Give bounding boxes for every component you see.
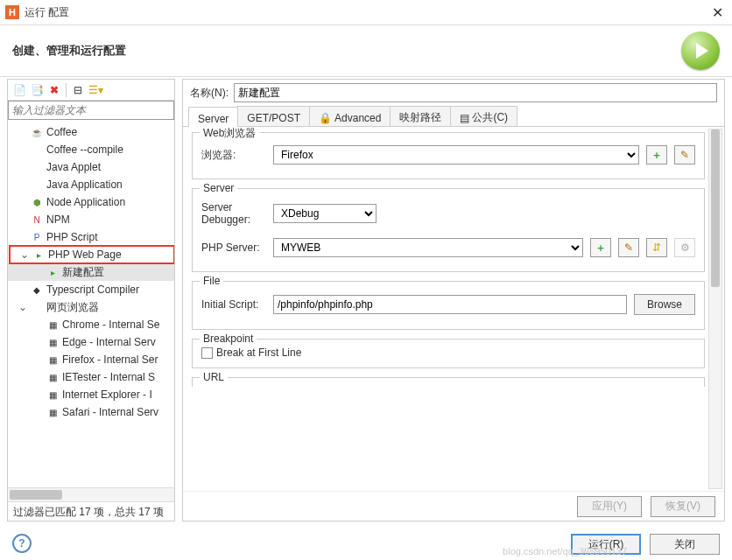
tree-item-icon xyxy=(31,161,43,173)
tree-item-label: Coffee xyxy=(46,126,77,138)
tree-item[interactable]: ⬢Node Application xyxy=(8,193,174,211)
tree-item-icon: N xyxy=(31,214,43,226)
add-browser-button[interactable]: ＋ xyxy=(646,145,667,164)
phpserver-label: PHP Server: xyxy=(201,242,266,254)
config-tree[interactable]: ☕CoffeeCoffee --compileJava AppletJava A… xyxy=(8,120,174,487)
tree-item[interactable]: ◆Typescript Compiler xyxy=(8,281,174,298)
reorder-server-button[interactable]: ⇵ xyxy=(646,238,667,257)
tree-item-label: Node Application xyxy=(46,196,125,208)
tree-item-label: Coffee --compile xyxy=(46,144,123,156)
tree-item-label: PHP Script xyxy=(46,231,97,243)
filter-menu-icon[interactable]: ☰▾ xyxy=(88,82,103,98)
tree-item[interactable]: Coffee --compile xyxy=(8,141,174,158)
common-icon: ▤ xyxy=(460,112,469,124)
tree-item-icon: ☕ xyxy=(31,126,43,138)
tree-item-label: Firefox - Internal Ser xyxy=(62,354,158,366)
main-panel: 名称(N): ServerGET/POST🔒Advanced映射路径▤公共(C)… xyxy=(182,79,725,522)
browse-button[interactable]: Browse xyxy=(634,294,695,315)
tree-item-icon: ⬢ xyxy=(31,196,43,208)
tab-getpost[interactable]: GET/POST xyxy=(237,106,310,126)
filter-input[interactable] xyxy=(8,101,174,120)
tree-item[interactable]: ▦Chrome - Internal Se xyxy=(8,316,174,333)
tree-item[interactable]: ▦Edge - Internal Serv xyxy=(8,333,174,351)
tree-item-label: NPM xyxy=(46,214,70,226)
tree-item[interactable]: ▦IETester - Internal S xyxy=(8,368,174,386)
run-icon[interactable] xyxy=(681,32,720,70)
group-web-browser: Web浏览器 xyxy=(200,127,259,141)
break-first-line-checkbox[interactable]: Break at First Line xyxy=(201,346,695,359)
tree-item[interactable]: NNPM xyxy=(8,211,174,228)
tree-item[interactable]: Java Application xyxy=(8,176,174,193)
tabs: ServerGET/POST🔒Advanced映射路径▤公共(C) xyxy=(183,106,724,127)
sidebar-scrollbar-h[interactable] xyxy=(8,487,174,501)
tree-item-icon: ▦ xyxy=(46,318,59,331)
browser-select[interactable]: Firefox xyxy=(273,145,639,164)
edit-browser-button[interactable]: ✎ xyxy=(674,145,695,164)
initial-script-input[interactable] xyxy=(273,295,627,314)
debugger-label: Server Debugger: xyxy=(201,201,266,226)
tree-item[interactable]: ▦Internet Explorer - I xyxy=(8,386,174,403)
tree-item-icon: ▸ xyxy=(32,248,45,261)
tree-item-icon: ◆ xyxy=(31,284,43,296)
settings-server-button[interactable]: ⚙ xyxy=(674,238,695,257)
header-subtitle: 创建、管理和运行配置 xyxy=(12,43,681,59)
tree-item-icon xyxy=(31,178,43,191)
sidebar-footer: 过滤器已匹配 17 项，总共 17 项 xyxy=(8,501,174,521)
revert-button[interactable]: 恢复(V) xyxy=(651,496,715,517)
apply-button[interactable]: 应用(Y) xyxy=(577,496,642,517)
tree-item-label: Safari - Internal Serv xyxy=(62,406,158,418)
tree-item-icon: ▦ xyxy=(46,371,59,383)
tree-item-icon: ▦ xyxy=(46,406,59,418)
tree-item[interactable]: ▦Firefox - Internal Ser xyxy=(8,351,174,368)
tree-item-icon: ▦ xyxy=(46,388,59,401)
tab-c[interactable]: ▤公共(C) xyxy=(450,106,517,126)
tree-item-label: IETester - Internal S xyxy=(62,371,155,383)
tree-item-label: Chrome - Internal Se xyxy=(62,318,159,331)
tree-item-icon xyxy=(31,301,43,313)
add-server-button[interactable]: ＋ xyxy=(590,238,611,257)
tree-item-label: Typescript Compiler xyxy=(46,284,139,296)
tab-server[interactable]: Server xyxy=(188,107,238,127)
tree-item[interactable]: PPHP Script xyxy=(8,228,174,246)
tree-item[interactable]: ☕Coffee xyxy=(8,123,174,141)
sidebar: 📄 📑 ✖ ⊟ ☰▾ ☕CoffeeCoffee --compileJava A… xyxy=(7,79,175,522)
run-button[interactable]: 运行(R) xyxy=(571,534,641,555)
debugger-select[interactable]: XDebug xyxy=(273,204,377,223)
tree-item-icon xyxy=(31,144,43,156)
tree-item-label: PHP Web Page xyxy=(48,248,122,261)
browser-label: 浏览器: xyxy=(201,148,266,163)
window-title: 运行 配置 xyxy=(25,5,708,20)
app-icon: H xyxy=(5,5,19,19)
name-label: 名称(N): xyxy=(190,86,229,101)
edit-server-button[interactable]: ✎ xyxy=(618,238,639,257)
help-icon[interactable]: ? xyxy=(12,534,32,553)
phpserver-select[interactable]: MYWEB xyxy=(273,238,583,257)
close-button[interactable]: 关闭 xyxy=(650,534,720,555)
tab-[interactable]: 映射路径 xyxy=(390,106,451,126)
delete-icon[interactable]: ✖ xyxy=(46,82,62,98)
new-icon[interactable]: 📄 xyxy=(11,82,27,98)
tree-item-icon: ▦ xyxy=(46,354,59,366)
tree-item[interactable]: ▦Safari - Internal Serv xyxy=(8,403,174,421)
tree-item[interactable]: ⌄网页浏览器 xyxy=(8,298,174,316)
initial-script-label: Initial Script: xyxy=(201,298,266,311)
group-url: URL xyxy=(200,371,228,383)
copy-icon[interactable]: 📑 xyxy=(29,82,45,98)
collapse-icon[interactable]: ⊟ xyxy=(70,82,86,98)
tree-item-label: Internet Explorer - I xyxy=(62,388,152,401)
tree-item-label: 网页浏览器 xyxy=(46,300,99,315)
form-scrollbar-v[interactable] xyxy=(708,129,722,489)
close-icon[interactable]: ✕ xyxy=(708,4,727,21)
tree-item-label: Java Applet xyxy=(46,161,101,173)
tree-item-label: Edge - Internal Serv xyxy=(62,336,156,348)
sidebar-toolbar: 📄 📑 ✖ ⊟ ☰▾ xyxy=(8,80,174,101)
tab-advanced[interactable]: 🔒Advanced xyxy=(309,106,391,126)
tree-item[interactable]: ⌄▸PHP Web Page xyxy=(10,246,174,263)
group-server: Server xyxy=(200,182,237,194)
name-input[interactable] xyxy=(234,83,717,102)
group-breakpoint: Breakpoint xyxy=(200,332,257,345)
tree-item-label: Java Application xyxy=(46,178,123,191)
lock-icon: 🔒 xyxy=(319,112,332,124)
tree-item[interactable]: ▸新建配置 xyxy=(8,263,174,281)
tree-item[interactable]: Java Applet xyxy=(8,158,174,176)
